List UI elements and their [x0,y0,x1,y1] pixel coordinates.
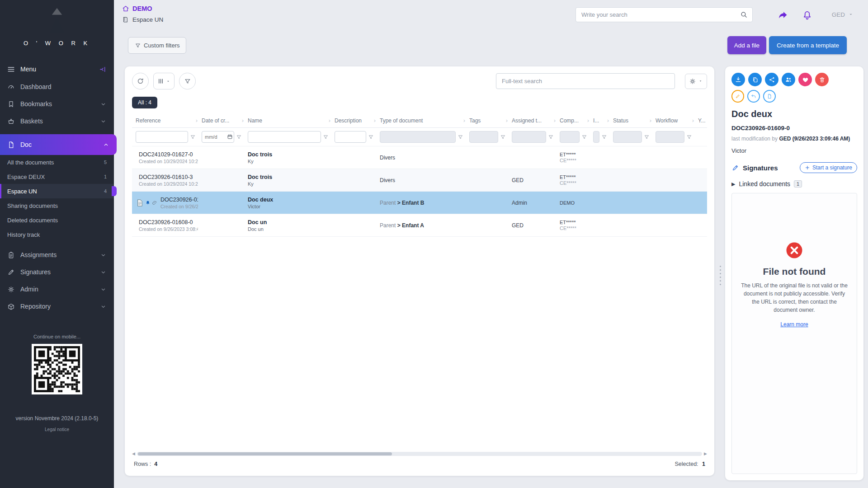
column-header-comp[interactable]: Comp... [556,114,590,127]
delete-button[interactable] [815,73,829,86]
table-settings-button[interactable] [685,74,707,89]
gear-icon [7,286,15,293]
sidebar-item-admin[interactable]: Admin [0,281,114,298]
column-header-workflow[interactable]: Workflow [652,114,694,127]
column-header-type[interactable]: Type of document [376,114,466,127]
scrollbar-thumb[interactable] [138,452,392,455]
sidebar-item-assignments[interactable]: Assignments [0,246,114,263]
sidebar-item-dashboard[interactable]: Dashboard [0,78,114,95]
column-header-description[interactable]: Description [331,114,376,127]
linked-documents-toggle[interactable]: ▶ Linked documents 1 [731,180,857,188]
table-row[interactable]: DOC230926-01610-3 Created on 10/29/2024 … [132,169,707,192]
user-menu[interactable]: GED [832,11,854,18]
filter-button[interactable] [179,73,196,89]
create-from-template-button[interactable]: Create from a template [769,36,847,54]
edit-button[interactable] [731,90,744,103]
filter-assigned-input[interactable] [512,131,546,143]
funnel-icon[interactable] [368,134,374,140]
add-file-button[interactable]: Add a file [727,36,766,54]
share-document-button[interactable] [765,73,778,86]
funnel-icon[interactable] [190,134,196,140]
table-header: Reference Date of cr... Name Description… [132,114,707,128]
scrollbar-track[interactable] [137,452,702,456]
sub-item-label: Sharing documents [7,202,58,209]
funnel-icon[interactable] [548,134,554,140]
breadcrumb: DEMO Espace UN [122,5,163,23]
filter-comp-input[interactable] [560,131,580,143]
filter-status-input[interactable] [613,131,642,143]
rows-label: Rows : [134,461,151,467]
start-signature-button[interactable]: Start a signature [800,162,857,173]
columns-button[interactable] [153,73,175,89]
space-crumb[interactable]: Espace UN [122,16,163,23]
filter-reference-input[interactable] [136,131,188,143]
doc-name-sub: Victor [248,204,328,209]
funnel-icon[interactable] [581,134,587,140]
filter-description-input[interactable] [335,131,366,143]
funnel-icon[interactable] [458,134,463,140]
filter-type-input[interactable] [380,131,456,143]
filter-name-input[interactable] [248,131,321,143]
scroll-right-icon[interactable]: ▶ [704,451,707,456]
calendar-icon[interactable] [227,134,233,140]
legal-notice-link[interactable]: Legal notice [0,427,114,432]
doc-assigned: GED [512,177,524,183]
funnel-icon[interactable] [323,134,329,140]
sidebar-item-espace-un[interactable]: Espace UN 4 [0,184,114,198]
funnel-icon[interactable] [601,134,607,140]
sidebar-item-sharing-documents[interactable]: Sharing documents [0,198,114,213]
funnel-icon[interactable] [500,134,506,140]
sidebar-item-bookmarks[interactable]: Bookmarks [0,95,114,113]
learn-more-link[interactable]: Learn more [780,321,808,328]
table-toolbar [132,73,707,89]
start-signature-label: Start a signature [812,164,852,171]
notifications-button[interactable] [799,8,814,22]
sidebar-item-repository[interactable]: Repository [0,298,114,315]
filter-workflow-input[interactable] [656,131,684,143]
custom-filters-button[interactable]: Custom filters [128,37,186,54]
share-nodes-icon [769,76,775,83]
search-icon[interactable] [740,11,748,19]
duplicate-button[interactable] [748,73,762,86]
table-row[interactable]: DOC241029-01627-0 Created on 10/29/2024 … [132,146,707,169]
filter-tags-input[interactable] [469,131,498,143]
preview-button[interactable] [763,90,776,103]
refresh-button[interactable] [132,73,149,89]
column-header-assigned[interactable]: Assigned t... [508,114,556,127]
column-header-i[interactable]: I... [590,114,609,127]
fulltext-search-input[interactable] [496,73,675,89]
filter-i-input[interactable] [593,131,599,143]
column-header-tags[interactable]: Tags [466,114,508,127]
sidebar-item-espace-deux[interactable]: Espace DEUX 1 [0,169,114,184]
column-header-date[interactable]: Date of cr... [198,114,244,127]
funnel-icon[interactable] [686,134,692,140]
column-header-clipped[interactable]: Y... [694,114,707,127]
gear-icon [689,78,696,85]
sidebar-item-history-track[interactable]: History track [0,227,114,242]
horizontal-scrollbar: ◀ ▶ [132,451,707,456]
sidebar-item-signatures[interactable]: Signatures [0,263,114,281]
funnel-icon[interactable] [236,134,242,140]
download-button[interactable] [731,73,745,86]
column-header-status[interactable]: Status [609,114,652,127]
collapse-sidebar-icon[interactable] [99,66,107,73]
table-row[interactable]: DOC230926-01608-0 Created on 9/26/2023 3… [132,214,707,237]
sidebar-item-doc[interactable]: Doc [0,134,117,155]
workspace-crumb[interactable]: DEMO [122,5,163,12]
favorite-button[interactable] [798,73,812,86]
scroll-left-icon[interactable]: ◀ [132,451,135,456]
sidebar-item-deleted-documents[interactable]: Deleted documents [0,213,114,227]
tab-all[interactable]: All : 4 [132,97,157,108]
return-button[interactable] [747,90,760,103]
funnel-icon[interactable] [644,134,650,140]
column-header-reference[interactable]: Reference [132,114,198,127]
column-header-name[interactable]: Name [244,114,331,127]
global-search-input[interactable] [576,11,740,18]
table-row-selected[interactable]: DOC230926-01609-0 Created on 9/26/2023 3… [132,192,707,214]
members-button[interactable] [782,73,795,86]
menu-toggle[interactable]: Menu [0,60,114,78]
share-button[interactable] [775,8,789,22]
sidebar-item-all-documents[interactable]: All the documents 5 [0,155,114,169]
sidebar-item-baskets[interactable]: Baskets [0,113,114,130]
panel-resize-handle[interactable] [720,266,721,285]
